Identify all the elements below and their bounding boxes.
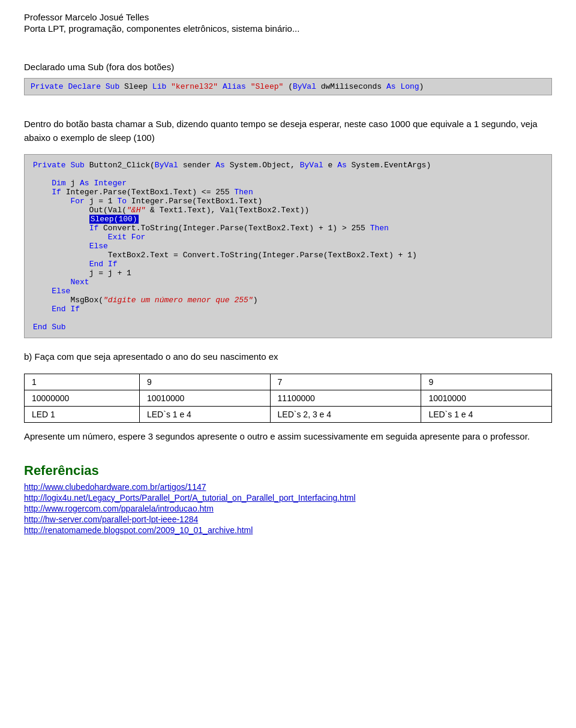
code-block-button: Private Sub Button2_Click(ByVal sender A…	[24, 154, 552, 338]
table-cell-1-2: 10010000	[139, 390, 270, 406]
exercise-description: Apresente um número, espere 3 segundos a…	[24, 430, 552, 444]
table-header-4: 9	[421, 374, 552, 390]
table-cell-2-1: LED 1	[25, 406, 140, 422]
reference-link-2[interactable]: http://logix4u.net/Legacy_Ports/Parallel…	[24, 493, 552, 503]
table-cell-2-3: LED`s 2, 3 e 4	[270, 406, 421, 422]
table-row-1: 10000000 10010000 11100000 10010000	[25, 390, 552, 406]
reference-link-4[interactable]: http://hw-server.com/parallel-port-lpt-i…	[24, 515, 552, 524]
exercise-heading: b) Faça com que seja apresentado o ano d…	[24, 350, 552, 364]
reference-link-3[interactable]: http://www.rogercom.com/pparalela/introd…	[24, 504, 552, 513]
table-cell-2-2: LED`s 1 e 4	[139, 406, 270, 422]
table-cell-1-1: 10000000	[25, 390, 140, 406]
table-row-headers: 1 9 7 9	[25, 374, 552, 390]
page-subtitle: Porta LPT, programação, componentes elet…	[24, 23, 552, 34]
table-cell-1-4: 10010000	[421, 390, 552, 406]
table-cell-1-3: 11100000	[270, 390, 421, 406]
table-row-2: LED 1 LED`s 1 e 4 LED`s 2, 3 e 4 LED`s 1…	[25, 406, 552, 422]
reference-link-1[interactable]: http://www.clubedohardware.com.br/artigo…	[24, 482, 552, 492]
table-header-1: 1	[25, 374, 140, 390]
reference-link-5[interactable]: http://renatomamede.blogspot.com/2009_10…	[24, 525, 552, 535]
table-header-2: 9	[139, 374, 270, 390]
references-heading: Referências	[24, 463, 552, 479]
section2-paragraph: Dentro do botão basta chamar a Sub, dize…	[24, 118, 552, 145]
exercise-table: 1 9 7 9 10000000 10010000 11100000 10010…	[24, 374, 552, 423]
section1-heading: Declarado uma Sub (fora dos botões)	[24, 62, 552, 72]
page-title: Professor Marcelo Josué Telles	[24, 12, 552, 22]
table-cell-2-4: LED`s 1 e 4	[421, 406, 552, 422]
table-header-3: 7	[270, 374, 421, 390]
code-block-declare: Private Declare Sub Sleep Lib "kernel32"…	[24, 78, 552, 95]
